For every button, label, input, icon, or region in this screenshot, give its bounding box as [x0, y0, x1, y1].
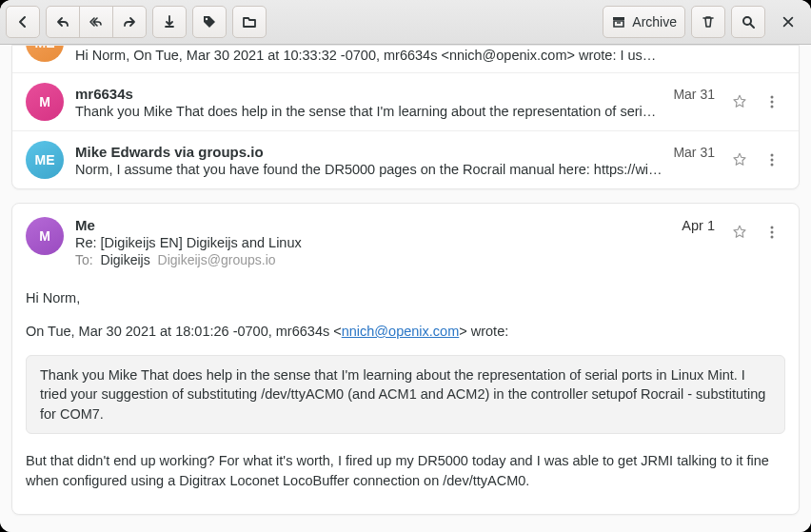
archive-button[interactable]: Archive	[603, 6, 685, 38]
message-date: Mar 31	[673, 87, 715, 102]
greeting-line: Hi Norm,	[26, 288, 785, 308]
avatar: ME	[26, 141, 64, 179]
archive-icon	[611, 14, 626, 30]
message-preview: Thank you Mike That does help in the sen…	[75, 104, 715, 119]
mark-button[interactable]	[152, 6, 187, 38]
svg-point-6	[771, 154, 774, 157]
star-button[interactable]	[726, 147, 753, 173]
message-date: Mar 31	[673, 145, 715, 160]
svg-point-5	[771, 106, 774, 108]
search-button[interactable]	[731, 6, 765, 38]
tag-button[interactable]	[192, 6, 227, 38]
more-menu-button[interactable]	[759, 89, 785, 115]
svg-point-0	[206, 18, 208, 20]
expanded-to: To: Digikeijs Digikeijs@groups.io	[75, 252, 715, 267]
avatar: M	[26, 83, 64, 121]
svg-point-4	[771, 101, 774, 104]
svg-point-7	[771, 159, 774, 162]
expanded-message: M Me Apr 1 Re: [Digikeijs EN] Digikeijs …	[11, 203, 800, 515]
thread-card: ME Hi Norm, On Tue, Mar 30 2021 at 10:33…	[11, 45, 800, 189]
back-button[interactable]	[6, 6, 40, 38]
svg-point-9	[771, 227, 774, 229]
star-button[interactable]	[726, 219, 753, 246]
message-from: mr6634s	[75, 86, 133, 102]
email-link[interactable]: nnich@openix.com	[342, 324, 460, 339]
expanded-date: Apr 1	[682, 218, 715, 233]
message-body: Hi Norm, On Tue, Mar 30 2021 at 18:01:26…	[26, 288, 785, 491]
reply-text: But that didn't end up working? For what…	[26, 451, 785, 491]
reply-button[interactable]	[46, 6, 80, 38]
email-viewer-window: Archive ME Hi Norm, On Tue, Mar 30 2021 …	[0, 0, 811, 532]
content-area: ME Hi Norm, On Tue, Mar 30 2021 at 10:33…	[0, 45, 811, 532]
more-menu-button[interactable]	[759, 147, 785, 173]
move-button[interactable]	[232, 6, 267, 38]
svg-point-10	[771, 231, 774, 234]
avatar: ME	[26, 45, 64, 62]
close-button[interactable]	[771, 6, 805, 38]
avatar: M	[26, 217, 64, 255]
star-button[interactable]	[726, 89, 753, 115]
forward-button[interactable]	[112, 6, 147, 38]
headerbar: Archive	[0, 0, 811, 45]
archive-label: Archive	[632, 14, 677, 30]
message-row[interactable]: M mr6634s Mar 31 Thank you Mike That doe…	[12, 72, 799, 130]
svg-point-8	[771, 164, 774, 167]
svg-point-3	[771, 96, 774, 99]
message-preview: Hi Norm, On Tue, Mar 30 2021 at 10:33:32…	[75, 48, 785, 63]
reply-all-button[interactable]	[79, 6, 113, 38]
message-row[interactable]: ME Hi Norm, On Tue, Mar 30 2021 at 10:33…	[12, 46, 799, 72]
message-row[interactable]: ME Mike Edwards via groups.io Mar 31 Nor…	[12, 130, 799, 188]
expanded-subject: Re: [Digikeijs EN] Digikeijs and Linux	[75, 235, 715, 250]
expanded-from: Me	[75, 217, 95, 233]
message-from: Mike Edwards via groups.io	[75, 144, 264, 160]
message-preview: Norm, I assume that you have found the D…	[75, 162, 715, 177]
quoted-block: Thank you Mike That does help in the sen…	[26, 355, 785, 434]
more-menu-button[interactable]	[759, 219, 785, 246]
reply-group	[46, 6, 147, 38]
trash-button[interactable]	[691, 6, 725, 38]
svg-rect-1	[613, 17, 624, 20]
quote-intro: On Tue, Mar 30 2021 at 18:01:26 -0700, m…	[26, 322, 785, 342]
svg-point-11	[771, 236, 774, 239]
